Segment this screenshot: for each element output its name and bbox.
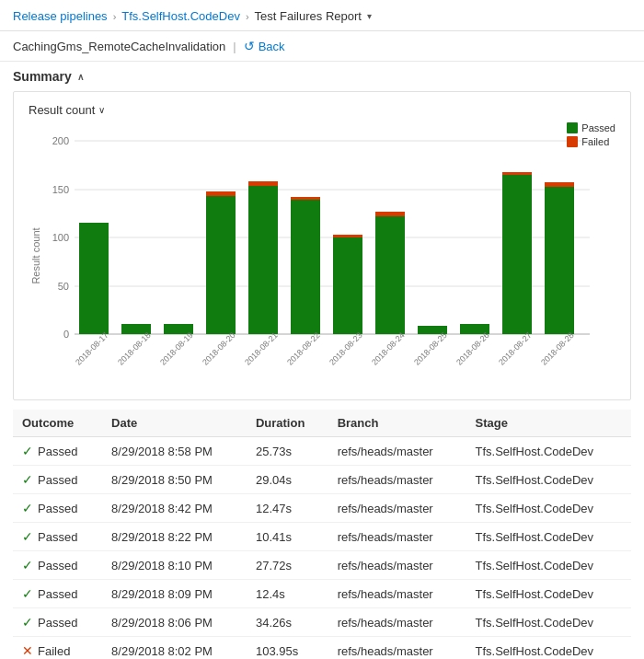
cell-date: 8/29/2018 8:50 PM <box>102 466 247 494</box>
table-wrapper: Outcome Date Duration Branch Stage ✓ Pas… <box>0 410 644 659</box>
outcome-label: Failed <box>38 644 70 658</box>
chart-wrapper: Passed Failed Result count 200 150 100 <box>29 122 615 392</box>
chart-title-text: Result count <box>29 103 95 117</box>
passed-icon: ✓ <box>22 529 33 544</box>
cell-branch: refs/heads/master <box>328 523 466 551</box>
chart-legend: Passed Failed <box>567 122 615 147</box>
bar-passed-11 <box>545 187 574 334</box>
svg-text:2018-08-25: 2018-08-25 <box>412 330 449 367</box>
bar-failed-5 <box>291 197 320 200</box>
outcome-label: Passed <box>38 445 77 458</box>
legend-failed-label: Failed <box>581 136 609 147</box>
col-branch: Branch <box>328 410 466 437</box>
cell-outcome: ✓ Passed <box>13 608 102 637</box>
bar-failed-11 <box>545 182 574 187</box>
cell-date: 8/29/2018 8:09 PM <box>102 580 247 608</box>
passed-icon: ✓ <box>22 501 33 515</box>
legend-passed-color <box>567 122 578 133</box>
bar-passed-5 <box>291 200 320 334</box>
passed-icon: ✓ <box>22 615 33 630</box>
table-row: ✓ Passed 8/29/2018 8:06 PM 34.26s refs/h… <box>13 608 631 637</box>
breadcrumb-pipeline-name[interactable]: Tfs.SelfHost.CodeDev <box>121 9 240 23</box>
table-header-row: Outcome Date Duration Branch Stage <box>13 410 631 437</box>
col-date: Date <box>102 410 247 437</box>
col-duration: Duration <box>247 410 328 437</box>
cell-date: 8/29/2018 8:02 PM <box>102 637 247 660</box>
pipeline-name: CachingGms_RemoteCacheInvalidation <box>13 40 225 53</box>
sub-header-separator: | <box>233 40 236 53</box>
cell-branch: refs/heads/master <box>328 580 466 608</box>
svg-text:2018-08-17: 2018-08-17 <box>74 330 110 367</box>
outcome-label: Passed <box>38 616 77 630</box>
breadcrumb-sep-1: › <box>113 11 117 22</box>
legend-failed: Failed <box>567 136 615 147</box>
bar-failed-10 <box>502 172 532 175</box>
breadcrumb-current: Test Failures Report <box>255 9 362 23</box>
bar-failed-6 <box>333 235 362 237</box>
cell-date: 8/29/2018 8:58 PM <box>102 437 247 466</box>
back-button[interactable]: ↺ Back <box>244 39 285 53</box>
legend-failed-color <box>567 136 578 147</box>
cell-date: 8/29/2018 8:22 PM <box>102 523 247 551</box>
failed-icon: ✕ <box>22 643 33 658</box>
legend-passed-label: Passed <box>581 122 615 133</box>
svg-text:2018-08-24: 2018-08-24 <box>370 330 407 367</box>
svg-text:2018-08-22: 2018-08-22 <box>285 330 322 367</box>
cell-stage[interactable]: Tfs.SelfHost.CodeDev <box>466 580 631 608</box>
svg-text:2018-08-23: 2018-08-23 <box>328 330 364 367</box>
sub-header: CachingGms_RemoteCacheInvalidation | ↺ B… <box>0 31 644 62</box>
cell-branch: refs/heads/master <box>328 494 466 523</box>
cell-stage[interactable]: Tfs.SelfHost.CodeDev <box>466 523 631 551</box>
cell-stage[interactable]: Tfs.SelfHost.CodeDev <box>466 551 631 580</box>
cell-date: 8/29/2018 8:10 PM <box>102 551 247 580</box>
cell-stage[interactable]: Tfs.SelfHost.CodeDev <box>466 437 631 466</box>
cell-outcome: ✓ Passed <box>13 466 102 494</box>
cell-stage[interactable]: Tfs.SelfHost.CodeDev <box>466 466 631 494</box>
bar-passed-3 <box>206 196 236 334</box>
breadcrumb-release-pipelines[interactable]: Release pipelines <box>13 9 108 23</box>
summary-chevron-icon[interactable]: ∧ <box>77 72 84 82</box>
bar-failed-4 <box>248 181 278 186</box>
summary-title: Summary ∧ <box>13 69 631 84</box>
bar-chart: Result count 200 150 100 50 0 201 <box>29 122 608 389</box>
back-label: Back <box>259 40 285 53</box>
outcome-label: Passed <box>38 559 77 572</box>
summary-section: Summary ∧ Result count ∨ Passed Failed <box>0 62 644 404</box>
table-row: ✓ Passed 8/29/2018 8:09 PM 12.4s refs/he… <box>13 580 631 608</box>
passed-icon: ✓ <box>22 444 33 458</box>
breadcrumb-dropdown-icon[interactable]: ▾ <box>367 11 372 21</box>
bar-passed-0 <box>79 223 109 334</box>
chart-title: Result count ∨ <box>29 103 615 117</box>
svg-text:2018-08-27: 2018-08-27 <box>497 330 534 367</box>
chart-container: Result count ∨ Passed Failed Result coun… <box>13 91 631 400</box>
svg-text:200: 200 <box>52 135 69 146</box>
cell-outcome: ✓ Passed <box>13 580 102 608</box>
cell-stage[interactable]: Tfs.SelfHost.CodeDev <box>466 637 631 660</box>
svg-text:2018-08-19: 2018-08-19 <box>158 330 195 367</box>
cell-outcome: ✓ Passed <box>13 494 102 523</box>
cell-duration: 12.47s <box>247 494 328 523</box>
outcome-label: Passed <box>38 473 77 487</box>
legend-passed: Passed <box>567 122 615 133</box>
outcome-label: Passed <box>38 502 77 515</box>
col-stage: Stage <box>466 410 631 437</box>
table-row: ✕ Failed 8/29/2018 8:02 PM 103.95s refs/… <box>13 637 631 660</box>
bar-failed-7 <box>375 212 405 216</box>
col-outcome: Outcome <box>13 410 102 437</box>
cell-outcome: ✓ Passed <box>13 551 102 580</box>
table-row: ✓ Passed 8/29/2018 8:10 PM 27.72s refs/h… <box>13 551 631 580</box>
chart-dropdown-icon[interactable]: ∨ <box>98 105 105 115</box>
bar-passed-10 <box>502 175 532 334</box>
cell-date: 8/29/2018 8:06 PM <box>102 608 247 637</box>
cell-stage[interactable]: Tfs.SelfHost.CodeDev <box>466 494 631 523</box>
bar-passed-4 <box>248 186 278 334</box>
cell-duration: 29.04s <box>247 466 328 494</box>
cell-duration: 12.4s <box>247 580 328 608</box>
passed-icon: ✓ <box>22 586 33 601</box>
cell-stage[interactable]: Tfs.SelfHost.CodeDev <box>466 608 631 637</box>
table-row: ✓ Passed 8/29/2018 8:22 PM 10.41s refs/h… <box>13 523 631 551</box>
cell-outcome: ✕ Failed <box>13 637 102 660</box>
cell-branch: refs/heads/master <box>328 637 466 660</box>
table-row: ✓ Passed 8/29/2018 8:42 PM 12.47s refs/h… <box>13 494 631 523</box>
svg-text:2018-08-28: 2018-08-28 <box>539 330 576 367</box>
